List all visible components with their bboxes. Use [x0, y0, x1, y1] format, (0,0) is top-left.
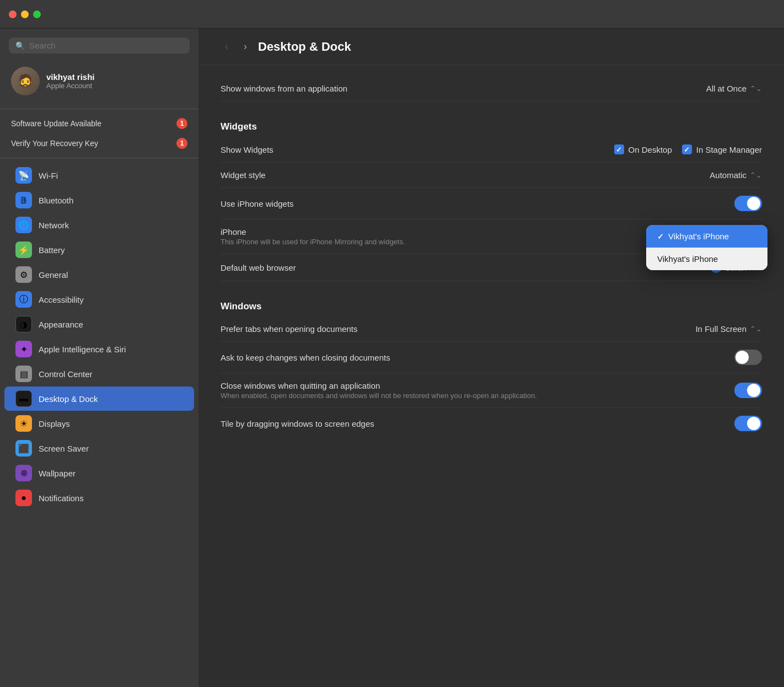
- widget-style-chevron: ⌃⌄: [750, 171, 762, 179]
- iphone-widgets-row: Use iPhone widgets: [221, 188, 762, 219]
- show-widgets-checkboxes: ✓ On Desktop ✓ In Stage Manager: [614, 144, 762, 154]
- desktop-icon: ▬: [15, 390, 32, 407]
- sidebar-item-desktop[interactable]: ▬ Desktop & Dock: [4, 387, 194, 411]
- back-button[interactable]: ‹: [221, 39, 233, 55]
- avatar: 🧔: [11, 67, 40, 95]
- on-desktop-label: On Desktop: [629, 145, 672, 154]
- content-header: ‹ › Desktop & Dock: [198, 29, 784, 65]
- content-body: Show windows from an application All at …: [198, 65, 784, 461]
- sidebar-item-label-displays: Displays: [39, 419, 70, 428]
- ask-changes-label: Ask to keep changes when closing documen…: [221, 353, 390, 362]
- battery-icon: ⚡: [15, 241, 32, 258]
- show-widgets-label: Show Widgets: [221, 145, 273, 154]
- network-icon: 🌐: [15, 217, 32, 233]
- close-windows-toggle-knob: [747, 384, 760, 397]
- sidebar-item-general[interactable]: ⚙ General: [4, 262, 194, 287]
- ask-changes-row: Ask to keep changes when closing documen…: [221, 342, 762, 373]
- sidebar-item-control[interactable]: ▤ Control Center: [4, 362, 194, 386]
- appearance-icon: ◑: [15, 316, 32, 332]
- iphone-widgets-toggle[interactable]: [734, 196, 762, 211]
- iphone-widgets-label: Use iPhone widgets: [221, 199, 294, 208]
- forward-button[interactable]: ›: [239, 39, 251, 55]
- close-windows-row: Close windows when quitting an applicati…: [221, 373, 762, 408]
- tile-dragging-toggle-knob: [747, 417, 760, 430]
- sidebar-item-label-screensaver: Screen Saver: [39, 444, 89, 453]
- in-stage-manager-checkbox[interactable]: ✓ In Stage Manager: [682, 144, 762, 154]
- show-widgets-row: Show Widgets ✓ On Desktop ✓ In Stage Man…: [221, 137, 762, 163]
- sidebar-item-label-notifications: Notifications: [39, 493, 84, 503]
- sidebar-item-wallpaper[interactable]: ❊ Wallpaper: [4, 461, 194, 485]
- sidebar: 🔍 🧔 vikhyat rishi Apple Account Software…: [0, 29, 198, 687]
- close-button[interactable]: [9, 10, 17, 18]
- on-desktop-check-box[interactable]: ✓: [614, 144, 624, 154]
- show-windows-select[interactable]: All at Once ⌃⌄: [706, 84, 762, 93]
- ask-changes-toggle-knob: [735, 351, 749, 364]
- minimize-button[interactable]: [21, 10, 29, 18]
- close-windows-sublabel: When enabled, open documents and windows…: [221, 391, 537, 400]
- ask-changes-toggle[interactable]: [734, 350, 762, 365]
- iphone-option-1[interactable]: Vikhyat's iPhone: [646, 248, 767, 270]
- widget-style-row: Widget style Automatic ⌃⌄: [221, 163, 762, 188]
- alert-software-update[interactable]: Software Update Available 1: [0, 114, 198, 133]
- control-icon: ▤: [15, 366, 32, 382]
- sidebar-item-screensaver[interactable]: ⬛ Screen Saver: [4, 436, 194, 460]
- screensaver-icon: ⬛: [15, 440, 32, 457]
- spacer-2: [221, 281, 762, 290]
- sidebar-item-label-general: General: [39, 270, 68, 280]
- prefer-tabs-value: In Full Screen: [695, 324, 747, 334]
- search-icon: 🔍: [15, 41, 25, 50]
- siri-icon: ✦: [15, 341, 32, 357]
- sidebar-item-siri[interactable]: ✦ Apple Intelligence & Siri: [4, 337, 194, 361]
- sidebar-item-displays[interactable]: ☀ Displays: [4, 411, 194, 436]
- spacer-1: [221, 101, 762, 110]
- iphone-option-1-label: Vikhyat's iPhone: [657, 254, 718, 264]
- tile-dragging-toggle[interactable]: [734, 416, 762, 431]
- displays-icon: ☀: [15, 415, 32, 432]
- in-stage-manager-check-box[interactable]: ✓: [682, 144, 692, 154]
- iphone-option-0[interactable]: ✓ Vikhyat's iPhone: [646, 225, 767, 248]
- search-input[interactable]: [29, 41, 183, 50]
- alert-label-1: Verify Your Recovery Key: [11, 139, 98, 148]
- prefer-tabs-label: Prefer tabs when opening documents: [221, 324, 358, 334]
- on-desktop-checkbox[interactable]: ✓ On Desktop: [614, 144, 672, 154]
- alert-recovery-key[interactable]: Verify Your Recovery Key 1: [0, 133, 198, 153]
- close-windows-toggle[interactable]: [734, 383, 762, 398]
- sidebar-item-label-battery: Battery: [39, 245, 65, 255]
- sidebar-item-label-wifi: Wi-Fi: [39, 171, 58, 180]
- widget-style-label: Widget style: [221, 170, 266, 180]
- wifi-icon: 📡: [15, 167, 32, 184]
- sidebar-item-network[interactable]: 🌐 Network: [4, 213, 194, 237]
- sidebar-item-accessibility[interactable]: ⓘ Accessibility: [4, 287, 194, 312]
- divider-2: [0, 158, 198, 158]
- sidebar-item-appearance[interactable]: ◑ Appearance: [4, 312, 194, 336]
- on-desktop-checkmark: ✓: [616, 146, 622, 154]
- sidebar-item-notifications[interactable]: ● Notifications: [4, 486, 194, 510]
- general-icon: ⚙: [15, 266, 32, 283]
- prefer-tabs-chevron: ⌃⌄: [750, 325, 762, 333]
- sidebar-item-label-wallpaper: Wallpaper: [39, 469, 76, 478]
- traffic-lights: [9, 10, 41, 18]
- wallpaper-icon: ❊: [15, 465, 32, 481]
- in-stage-manager-checkmark: ✓: [684, 146, 690, 154]
- maximize-button[interactable]: [33, 10, 41, 18]
- sidebar-item-label-network: Network: [39, 221, 69, 230]
- user-section[interactable]: 🧔 vikhyat rishi Apple Account: [0, 62, 198, 104]
- browser-label: Default web browser: [221, 263, 296, 272]
- sidebar-item-label-siri: Apple Intelligence & Siri: [39, 345, 126, 354]
- alert-label-0: Software Update Available: [11, 119, 101, 128]
- iphone-label: iPhone: [221, 227, 405, 237]
- prefer-tabs-select[interactable]: In Full Screen ⌃⌄: [695, 324, 762, 334]
- bluetooth-icon: 𝔹: [15, 192, 32, 208]
- search-bar[interactable]: 🔍: [9, 37, 190, 53]
- widget-style-select[interactable]: Automatic ⌃⌄: [710, 170, 762, 180]
- sidebar-item-bluetooth[interactable]: 𝔹 Bluetooth: [4, 188, 194, 212]
- sidebar-item-wifi[interactable]: 📡 Wi-Fi: [4, 163, 194, 187]
- sidebar-item-label-accessibility: Accessibility: [39, 295, 84, 304]
- check-mark-0: ✓: [657, 232, 664, 241]
- iphone-row: iPhone This iPhone will be used for iPho…: [221, 219, 762, 254]
- iphone-option-0-label: Vikhyat's iPhone: [668, 232, 729, 241]
- widgets-section-title: Widgets: [221, 110, 762, 137]
- show-windows-label: Show windows from an application: [221, 84, 347, 93]
- sidebar-item-battery[interactable]: ⚡ Battery: [4, 238, 194, 262]
- badge-1: 1: [176, 138, 187, 149]
